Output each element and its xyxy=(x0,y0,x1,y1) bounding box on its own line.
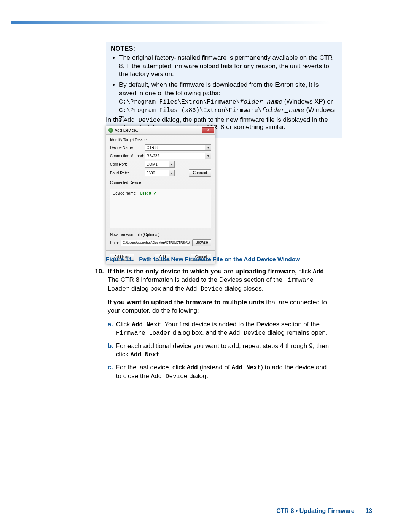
substep-b-text: For each additional device you want to a… xyxy=(116,342,332,359)
com-port-value: COM1 xyxy=(147,162,158,166)
document-page: NOTES: The original factory-installed fi… xyxy=(0,0,411,532)
intro-add-device: Add Device xyxy=(124,117,160,124)
substep-c: c. For the last device, click Add (inste… xyxy=(108,363,332,380)
step-p2-bold: If you want to upload the firmware to mu… xyxy=(108,299,264,306)
sub-a-t0: Click xyxy=(116,321,132,328)
baud-rate-label: Baud Rate: xyxy=(110,171,145,175)
notes-bullet-1: The original factory-installed firmware … xyxy=(119,54,337,78)
sub-b-t1: . xyxy=(159,351,161,358)
connection-method-select[interactable]: RS-232 ▼ xyxy=(145,153,211,159)
firmware-path-input[interactable]: C:\Users\csanchez\Desktop\CTR8\CTR8V100- xyxy=(121,240,190,246)
step-paragraph-1: If this is the only device to which you … xyxy=(108,267,332,293)
footer-text: CTR 8 • Updating Firmware xyxy=(276,508,355,514)
substep-a: a. Click Add Next. Your first device is … xyxy=(108,320,332,337)
sub-b-addnext: Add Next xyxy=(131,351,160,358)
intro-mid: dialog, the path to the new firmware fil… xyxy=(160,116,328,123)
sub-c-add: Add xyxy=(187,364,198,371)
step-10: 10. If this is the only device to which … xyxy=(93,267,332,385)
sub-a-t2: dialog box, and the xyxy=(171,329,229,336)
step-p1-add: Add xyxy=(313,268,324,275)
dialog-titlebar-left: Add Device... xyxy=(108,128,139,133)
com-port-row: Com Port: COM1 ▼ xyxy=(110,161,211,168)
dialog-body: Identify Target Device Device Name: CTR … xyxy=(106,135,215,250)
substep-a-text: Click Add Next. Your first device is add… xyxy=(116,320,332,337)
dialog-titlebar: Add Device... x xyxy=(106,126,215,135)
sub-c-t0: For the last device, click xyxy=(116,364,187,371)
step-number: 10. xyxy=(93,267,104,276)
download-icon xyxy=(108,128,113,133)
notes-path1-pre: C:\Program Files\Extron\Firmware\ xyxy=(119,99,240,105)
connection-method-value: RS-232 xyxy=(147,154,159,158)
page-top-bar xyxy=(11,21,411,24)
chevron-down-icon: ▼ xyxy=(169,161,174,167)
connected-section-label: Connected Device xyxy=(110,181,211,185)
sub-c-ad: Add Device xyxy=(151,373,187,380)
notes-path2-pre: C:\Program Files (x86)\Extron\Firmware\ xyxy=(119,107,261,114)
sub-a-t3: dialog remains open. xyxy=(266,329,328,336)
sub-a-addnext: Add Next xyxy=(132,321,161,328)
device-name-select[interactable]: CTR 8 ▼ xyxy=(145,144,211,151)
device-name-value: CTR 8 xyxy=(147,145,158,150)
baud-rate-row: Baud Rate: 9600 ▼ Connect xyxy=(110,169,211,177)
footer-page-number: 13 xyxy=(365,508,372,514)
sub-a-fw: Firmware Loader xyxy=(116,330,171,337)
baud-rate-value: 9600 xyxy=(147,171,155,175)
substep-b-marker: b. xyxy=(108,342,116,359)
firmware-section: New Firmware File (Optional) Path: C:\Us… xyxy=(110,233,211,246)
sub-c-t3: dialog. xyxy=(187,372,208,380)
substep-a-marker: a. xyxy=(108,320,116,337)
connection-method-label: Connection Method: xyxy=(110,154,145,158)
sub-a-ad: Add Device xyxy=(229,330,266,337)
device-name-row: Device Name: CTR 8 ▼ xyxy=(110,144,211,151)
com-port-select[interactable]: COM1 ▼ xyxy=(145,161,175,168)
notes-path2-folder: folder_name xyxy=(261,107,304,114)
substep-c-marker: c. xyxy=(108,363,116,380)
step-paragraph-2: If you want to upload the firmware to mu… xyxy=(108,298,332,315)
step-p1-a: click xyxy=(297,268,313,275)
notes-title: NOTES: xyxy=(111,45,337,53)
page-footer: CTR 8 • Updating Firmware 13 xyxy=(276,508,372,514)
checkmark-icon: ✓ xyxy=(153,191,156,195)
sub-c-addnext: Add Next xyxy=(232,364,261,371)
figure-text: Path to the New Firmware File on the Add… xyxy=(139,256,300,262)
close-button[interactable]: x xyxy=(202,127,214,133)
step-p1-bold: If this is the only device to which you … xyxy=(108,268,297,275)
notes-path1-folder: folder_name xyxy=(240,98,282,105)
figure-caption: Figure 11.Path to the New Firmware File … xyxy=(106,256,332,263)
connection-method-row: Connection Method: RS-232 ▼ xyxy=(110,153,211,159)
firmware-section-label: New Firmware File (Optional) xyxy=(110,233,211,237)
substep-b: b. For each additional device you want t… xyxy=(108,342,332,359)
step-p1-c: dialog box and the xyxy=(129,285,186,292)
substep-list: a. Click Add Next. Your first device is … xyxy=(108,320,332,380)
figure-label: Figure 11. xyxy=(106,256,134,262)
sub-a-t1: . Your first device is added to the Devi… xyxy=(161,321,320,328)
sub-c-t1: (instead of xyxy=(198,364,232,371)
connect-button[interactable]: Connect xyxy=(189,169,211,177)
step-p1-d: dialog closes. xyxy=(223,285,264,292)
notes-path1-suffix: (Windows XP) or xyxy=(282,98,333,105)
baud-rate-select[interactable]: 9600 ▼ xyxy=(145,170,175,176)
dialog-title: Add Device... xyxy=(115,128,139,133)
intro-pre: In the xyxy=(106,116,124,123)
firmware-path-row: Path: C:\Users\csanchez\Desktop\CTR8\CTR… xyxy=(110,239,211,246)
identify-section-label: Identify Target Device xyxy=(110,138,211,142)
com-port-label: Com Port: xyxy=(110,162,145,166)
path-label: Path: xyxy=(110,241,119,245)
connected-device-panel: Device Name: CTR 8 ✓ xyxy=(110,189,211,228)
connected-device-label: Device Name: xyxy=(113,191,137,195)
notes-bullet-1-text: The original factory-installed firmware … xyxy=(119,54,333,78)
substep-c-text: For the last device, click Add (instead … xyxy=(116,363,332,380)
chevron-down-icon: ▼ xyxy=(205,145,211,150)
notes-bullet-2-intro: By default, when the firmware is downloa… xyxy=(119,81,319,97)
connected-device-value: CTR 8 xyxy=(140,191,151,195)
chevron-down-icon: ▼ xyxy=(169,170,174,176)
browse-button[interactable]: Browse xyxy=(192,239,211,246)
device-name-label: Device Name: xyxy=(110,145,145,150)
step-p1-ad: Add Device xyxy=(186,286,223,292)
step-body: If this is the only device to which you … xyxy=(108,267,332,385)
add-device-dialog: Add Device... x Identify Target Device D… xyxy=(106,126,215,264)
chevron-down-icon: ▼ xyxy=(205,153,211,159)
